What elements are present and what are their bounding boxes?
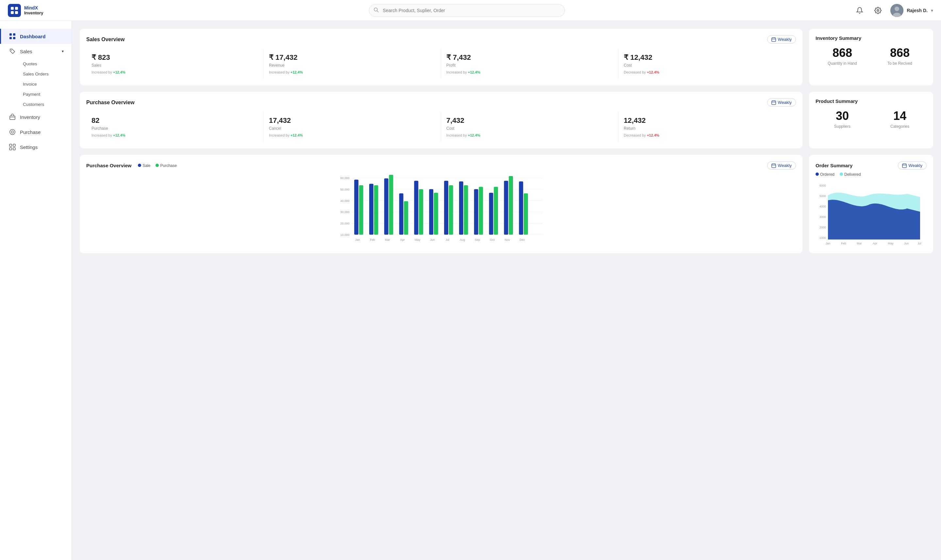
- sales-weekly-badge[interactable]: Weakly: [767, 35, 796, 43]
- sidebar-item-inventory[interactable]: Inventory: [0, 109, 72, 125]
- inventory-summary-card: Inventory Summary 868 Quantity in Hand 8…: [809, 29, 933, 85]
- purchase-overview-header: Purchase Overview Weakly: [86, 98, 796, 106]
- sidebar-dashboard-label: Dashboard: [20, 34, 45, 39]
- svg-text:1000: 1000: [820, 236, 826, 240]
- svg-text:Jan: Jan: [826, 242, 830, 245]
- svg-rect-64: [479, 187, 483, 235]
- ordered-legend: Ordered: [815, 172, 835, 177]
- svg-text:Feb: Feb: [841, 242, 846, 245]
- stat-label: Cancel: [269, 126, 435, 131]
- chevron-down-icon: ▾: [62, 49, 64, 54]
- stat-change: Increased by +12.4%: [91, 133, 258, 137]
- tag-icon: [9, 48, 16, 55]
- qty-in-hand-stat: 868 Quantity in Hand: [815, 46, 869, 66]
- settings-icon[interactable]: [872, 5, 884, 16]
- svg-rect-83: [902, 164, 906, 167]
- avatar: [890, 4, 903, 17]
- logo-svg: [10, 6, 18, 15]
- svg-rect-61: [459, 182, 463, 235]
- user-name: Rajesh D.: [907, 8, 927, 13]
- svg-rect-51: [384, 178, 389, 235]
- svg-rect-12: [9, 37, 12, 39]
- svg-text:Dec: Dec: [520, 238, 525, 242]
- svg-rect-62: [464, 185, 468, 235]
- sidebar-item-sales-orders[interactable]: Sales Orders: [19, 69, 72, 79]
- svg-rect-66: [494, 187, 498, 235]
- inventory-summary-title: Inventory Summary: [815, 35, 927, 41]
- bar-chart-area: 60,000 50,000 40,000 30,000 20,000 10,00…: [86, 175, 796, 247]
- svg-point-18: [11, 131, 14, 133]
- user-avatar-area[interactable]: Rajesh D. ▾: [890, 4, 933, 17]
- bar-chart-weekly-badge[interactable]: Weakly: [767, 162, 796, 169]
- order-legend: Ordered Delivered: [815, 172, 927, 177]
- svg-text:3000: 3000: [820, 215, 826, 218]
- suppliers-value: 30: [815, 109, 869, 123]
- svg-text:Jun: Jun: [904, 242, 909, 245]
- svg-text:Oct: Oct: [490, 238, 495, 242]
- bar-chart-title: Purchase Overview: [86, 163, 131, 168]
- svg-rect-52: [389, 175, 394, 235]
- order-chart-area: 6000 5000 4000 3000 2000 1000 Jan Feb M: [815, 181, 927, 246]
- svg-rect-55: [414, 181, 418, 235]
- stat-value: 82: [91, 116, 258, 125]
- stat-label: Sales: [91, 63, 258, 68]
- search-bar[interactable]: [369, 4, 565, 17]
- sidebar-item-invoice[interactable]: Invoice: [19, 79, 72, 89]
- sidebar-item-customers[interactable]: Customers: [19, 99, 72, 109]
- svg-rect-56: [419, 189, 423, 235]
- svg-rect-53: [399, 194, 403, 235]
- svg-rect-50: [374, 185, 378, 235]
- sidebar-item-payment[interactable]: Payment: [19, 89, 72, 99]
- sidebar-item-dashboard[interactable]: Dashboard: [0, 29, 72, 44]
- svg-text:Jul: Jul: [918, 242, 921, 245]
- bell-icon[interactable]: [854, 5, 866, 16]
- sidebar-item-quotes[interactable]: Quotes: [19, 59, 72, 69]
- svg-rect-47: [354, 180, 358, 235]
- svg-text:Feb: Feb: [370, 238, 375, 242]
- delivered-legend: Delivered: [840, 172, 861, 177]
- svg-rect-70: [524, 194, 528, 235]
- bar-chart-card: Purchase Overview Sale Purchase: [80, 155, 803, 253]
- order-chart-svg: 6000 5000 4000 3000 2000 1000 Jan Feb M: [815, 181, 927, 246]
- app-name: MindX: [24, 5, 43, 11]
- row-2: Purchase Overview Weakly 82: [80, 92, 933, 148]
- svg-text:10,000: 10,000: [340, 233, 349, 237]
- search-icon: [374, 7, 379, 14]
- svg-text:Jan: Jan: [355, 238, 360, 242]
- sidebar: Dashboard Sales ▾ Quotes Sales Orders In…: [0, 21, 72, 560]
- sidebar-item-sales[interactable]: Sales ▾: [0, 44, 72, 59]
- purchase-overview-card: Purchase Overview Weakly 82: [80, 92, 803, 148]
- sidebar-item-purchase[interactable]: Purchase: [0, 125, 72, 140]
- svg-rect-67: [504, 181, 508, 235]
- calendar-icon: [772, 100, 776, 105]
- svg-text:Mar: Mar: [385, 238, 390, 242]
- search-input[interactable]: [369, 4, 565, 17]
- stat-change: Increased by +12.4%: [446, 133, 613, 137]
- sales-stats-row: ₹ 823 Sales Increased by +12.4% ₹ 17,432…: [86, 49, 796, 79]
- logo-area: MindX Inventory: [8, 4, 80, 17]
- svg-rect-15: [10, 116, 15, 120]
- svg-rect-49: [369, 184, 374, 235]
- app-header: MindX Inventory: [0, 0, 941, 21]
- qty-in-hand-value: 868: [815, 46, 869, 60]
- sidebar-item-settings[interactable]: Settings: [0, 140, 72, 155]
- stat-value: 12,432: [624, 116, 791, 125]
- bar-badge-label: Weakly: [778, 163, 792, 168]
- purchase-legend: Purchase: [155, 163, 177, 168]
- order-weekly-badge[interactable]: Weakly: [898, 162, 927, 169]
- svg-rect-65: [489, 193, 494, 235]
- svg-text:6000: 6000: [820, 184, 826, 187]
- purchase-badge-label: Weakly: [778, 100, 792, 105]
- svg-text:4000: 4000: [820, 205, 826, 208]
- svg-rect-10: [9, 33, 12, 35]
- sidebar-sales-label: Sales: [20, 49, 32, 54]
- row-3: Purchase Overview Sale Purchase: [80, 155, 933, 253]
- svg-rect-58: [434, 193, 438, 235]
- purchase-icon: [9, 128, 16, 135]
- categories-value: 14: [873, 109, 927, 123]
- product-summary-card: Product Summary 30 Suppliers 14 Categori…: [809, 92, 933, 148]
- svg-rect-22: [13, 148, 15, 150]
- stat-value: 17,432: [269, 116, 435, 125]
- purchase-weekly-badge[interactable]: Weakly: [767, 98, 796, 106]
- stat-value: ₹ 12,432: [624, 53, 791, 62]
